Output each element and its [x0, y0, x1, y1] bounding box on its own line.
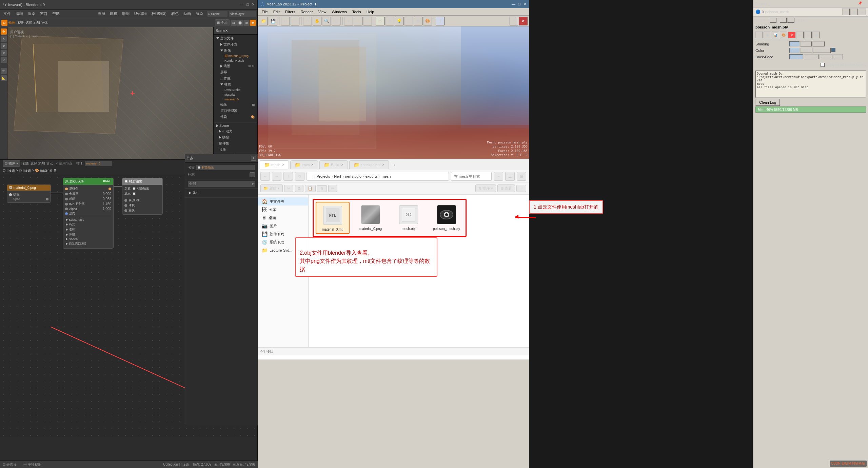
bsdf-subsurface[interactable]: Subsurface — [65, 218, 111, 222]
sidebar-item-power[interactable]: ✓ 动力 — [218, 128, 256, 134]
new-folder-btn[interactable]: 📁 新建 ▾ — [260, 184, 283, 192]
file-mtl[interactable]: MTL material_0.mtl — [316, 202, 350, 234]
sidebar-item-sim[interactable]: 模拟 — [218, 134, 256, 140]
cursor-tool[interactable]: ✛ — [1, 28, 7, 35]
sidebar-item-workspace[interactable]: 工作区 — [219, 75, 256, 81]
bsdf-specular[interactable]: 高元 — [65, 222, 111, 227]
bsdf-transmission[interactable]: 透射 — [65, 227, 111, 232]
sidebar-item-brush[interactable]: 笔刷 🎨 — [219, 114, 256, 120]
sidebar-item-material[interactable]: 材质 — [219, 81, 256, 87]
blender-maximize[interactable]: □ — [246, 2, 249, 7]
ml-undo[interactable]: ↩ — [281, 17, 290, 25]
scene-selector[interactable]: ▸ Scene — [209, 12, 220, 16]
sidebar-gallery[interactable]: 🖼 图库 — [258, 206, 308, 214]
menu-help[interactable]: 帮助 — [50, 11, 62, 17]
bsdf-node[interactable]: 原理化BSDF BSDF 基础色 金属度 0.000 — [63, 178, 114, 249]
tab-build-close[interactable]: ✕ — [341, 163, 343, 167]
ml-view[interactable]: View — [316, 9, 329, 15]
ml-props-icon1[interactable]: ⬡ — [755, 32, 763, 38]
node-props-btn[interactable]: ≡ — [251, 156, 256, 161]
ml-props-icon5[interactable]: ▶ — [796, 32, 804, 38]
menu-file[interactable]: 文件 — [1, 11, 13, 17]
ml-color2[interactable]: ⊕ — [385, 17, 394, 25]
props-attrib-expand[interactable]: 属性 — [188, 190, 255, 196]
scale-tool[interactable]: ⤢ — [1, 57, 7, 63]
rotate-tool[interactable]: ↻ — [1, 50, 7, 56]
blender-3d-viewport[interactable]: 用户透视 (1) Collection | mesh Scene ✕ 当前文件 — [7, 27, 257, 159]
path-mesh[interactable]: mesh — [381, 174, 391, 178]
viewlayer-selector[interactable]: ViewLayer — [230, 12, 244, 16]
ml-save-btn[interactable]: 💾 — [269, 17, 277, 25]
sidebar-item-material0[interactable]: material_0 — [223, 97, 256, 102]
ml-props-icon4[interactable]: 🎨 — [780, 32, 787, 38]
paste-btn[interactable]: 📋 — [305, 185, 316, 192]
more-btn[interactable]: ⋯ — [516, 185, 526, 192]
view-btn[interactable]: ⊞ 查看 — [497, 184, 515, 192]
shading-render[interactable]: ◉ — [250, 20, 256, 26]
tab-envs-close[interactable]: ✕ — [311, 163, 314, 167]
tab-mesh[interactable]: 📁 mesh ✕ — [260, 160, 289, 169]
path-projects[interactable]: Projects — [317, 174, 330, 178]
preview-toggle-btn[interactable]: ⊞ — [517, 172, 526, 181]
cut-btn[interactable]: ✂ — [284, 185, 293, 192]
prev-page-btn[interactable]: ◄ — [770, 18, 776, 23]
sidebar-item-wm[interactable]: 窗口管理器 — [219, 108, 256, 114]
ml-props-icon3[interactable]: 📊 — [772, 32, 779, 38]
ml-select-vert[interactable]: ● — [344, 17, 353, 25]
bf-cull[interactable]: Cull — [833, 54, 843, 59]
ml-props-icon2[interactable]: ⬢ — [764, 32, 771, 38]
sidebar-item-current-file[interactable]: 当前文件 — [215, 35, 256, 41]
sidebar-item-images[interactable]: 图像 — [219, 47, 256, 54]
material-name-input[interactable]: 🔲 材质输出 — [196, 165, 255, 170]
layer-edit-btn[interactable]: ✏ — [859, 8, 866, 15]
workspace-anim[interactable]: 动画 — [181, 11, 193, 17]
output-selection[interactable]: 全部 ▾ — [188, 181, 255, 187]
workspace-sculpt[interactable]: 雕刻 — [120, 11, 132, 17]
sidebar-pictures[interactable]: 📷 图片 — [258, 222, 308, 230]
sidebar-item-object[interactable]: 物体 ⊞ — [219, 102, 256, 108]
menu-window[interactable]: 窗口 — [38, 11, 50, 17]
path-expand[interactable]: ··· — [310, 174, 313, 178]
sidebar-toggle-btn[interactable]: ☰ — [505, 172, 515, 181]
shading-wire[interactable]: ⊟ — [231, 20, 237, 26]
bsdf-sheen[interactable]: 薄层 — [65, 232, 111, 237]
sidebar-item-material-png[interactable]: 🖼 material_0.png — [223, 54, 256, 58]
ml-error-btn[interactable]: ✕ — [519, 17, 528, 25]
apply-visible-check[interactable]: apply to all visible layers — [755, 63, 866, 67]
ml-layer-item[interactable]: 🔵 0 poisson_mesh 👁 🗑 ✏ — [753, 7, 868, 17]
ml-texture[interactable]: 🎨 — [423, 17, 432, 25]
meshlab-viewport[interactable]: FOV: 60 FPS: 39.2 3D_RENDERING Mesh: poi… — [258, 26, 529, 159]
ml-filters[interactable]: Filters — [282, 9, 298, 15]
workspace-color[interactable]: 着色 — [169, 11, 181, 17]
ml-pin-btn[interactable]: 📌 — [858, 1, 862, 6]
tab-mesh-close[interactable]: ✕ — [282, 163, 284, 167]
tab-build[interactable]: 📁 Build ✕ — [319, 160, 348, 169]
plus1-btn[interactable]: +1 — [787, 18, 794, 23]
add-tab-btn[interactable]: + — [390, 161, 398, 169]
material-selector[interactable]: material_0 — [86, 162, 100, 165]
search-input[interactable] — [451, 172, 492, 181]
address-bar[interactable]: ··· › Projects › Nerf › nerfstudio › exp… — [307, 172, 449, 181]
shading-face[interactable]: Face — [800, 41, 812, 46]
workspace-shader[interactable]: 校理制定 — [150, 11, 169, 17]
shading-solid[interactable]: ⬤ — [237, 20, 243, 26]
ml-pan-btn[interactable]: ✋ — [313, 17, 321, 25]
file-obj[interactable]: OBJ mesh.obj — [392, 202, 426, 234]
texture-node[interactable]: 🖼 material_0.png 线性 Alpha — [7, 184, 51, 203]
path-exports[interactable]: exports — [366, 174, 378, 178]
bf-double[interactable]: Double — [804, 54, 818, 59]
sidebar-desktop[interactable]: 🖥 桌面 — [258, 214, 308, 222]
ml-select-area[interactable]: ⬚ — [363, 17, 372, 25]
bf-single[interactable]: Single — [789, 54, 803, 59]
ml-wire[interactable]: ⬡ — [404, 17, 413, 25]
shading-none[interactable]: None — [812, 41, 825, 46]
ml-file[interactable]: File — [259, 9, 271, 15]
ml-rotate-btn[interactable]: ↻ — [303, 17, 312, 25]
sidebar-item-world[interactable]: 世界环境 — [219, 41, 256, 47]
file-png[interactable]: material_0.png — [354, 202, 388, 234]
layer-vis-btn[interactable]: 👁 — [842, 8, 850, 15]
shading-material[interactable]: ◑ — [243, 20, 250, 26]
tab-checkpoints-close[interactable]: ✕ — [382, 163, 384, 167]
ml-render[interactable]: Render — [298, 9, 316, 15]
ml-maximize[interactable]: □ — [518, 2, 520, 6]
